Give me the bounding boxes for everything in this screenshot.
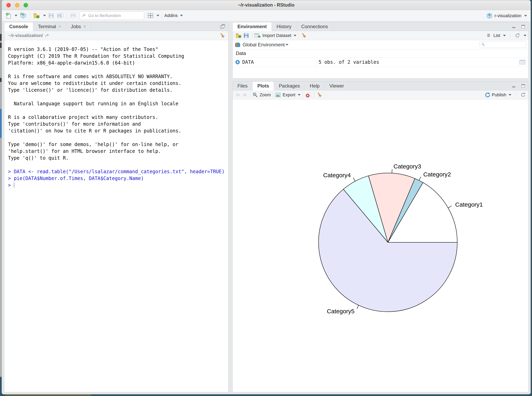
goto-file-search[interactable]: [80, 12, 144, 20]
pane-layout-caret[interactable]: [157, 15, 159, 16]
forward-arrow-icon: [45, 33, 50, 38]
previous-plot-button[interactable]: [235, 92, 241, 98]
list-view-caret[interactable]: [503, 35, 506, 36]
restore-panes-button[interactable]: [219, 23, 226, 30]
pie-label-tick: [448, 206, 451, 208]
load-workspace-button[interactable]: [235, 32, 243, 39]
clear-environment-button[interactable]: [301, 32, 308, 39]
project-menu-button[interactable]: R r-visualization: [486, 10, 527, 21]
tab-help[interactable]: Help: [305, 82, 325, 90]
refresh-environment-button[interactable]: [514, 32, 521, 39]
desktop: ~/r-visualization - RStudio R: [0, 0, 532, 396]
tab-plots-label: Plots: [257, 83, 269, 89]
tab-environment[interactable]: Environment: [233, 22, 272, 31]
open-folder-icon: [235, 33, 242, 38]
refresh-icon: [515, 33, 520, 38]
addins-button[interactable]: Addins: [164, 13, 183, 18]
pie-label: Category1: [455, 201, 483, 208]
environment-search-box[interactable]: [480, 41, 526, 48]
addins-caret: [180, 15, 183, 16]
tab-packages[interactable]: Packages: [274, 82, 305, 90]
console-line: [8, 93, 228, 100]
list-view-label[interactable]: List: [493, 33, 500, 38]
new-file-caret[interactable]: [15, 15, 18, 16]
maximize-pane-button[interactable]: [520, 23, 526, 29]
global-environment-icon: [235, 42, 241, 48]
environment-scope-label[interactable]: Global Environment: [243, 42, 285, 47]
export-plot-button[interactable]: Export: [275, 92, 301, 98]
tab-connections-label: Connections: [301, 24, 328, 29]
refresh-plots-button[interactable]: [520, 92, 526, 98]
publish-caret: [509, 94, 511, 96]
publish-label: Publish: [492, 92, 506, 98]
close-icon[interactable]: ×: [83, 24, 86, 29]
environment-scope-caret[interactable]: [286, 44, 288, 46]
tab-viewer-label: Viewer: [329, 83, 344, 89]
open-folder-icon: [33, 13, 40, 19]
forward-arrow-icon: [242, 93, 247, 97]
console-line: [8, 134, 228, 141]
text-cursor: [14, 182, 14, 188]
close-icon[interactable]: ×: [58, 24, 61, 29]
environment-object-row[interactable]: DATA 5 obs. of 2 variables: [233, 58, 528, 67]
goto-file-input[interactable]: [88, 13, 142, 18]
console-output[interactable]: R version 3.6.1 (2019-07-05) -- "Action …: [4, 40, 228, 392]
open-working-dir-icon[interactable]: [44, 33, 51, 39]
tab-environment-label: Environment: [237, 24, 267, 29]
console-line: Type 'q()' to quit R.: [8, 155, 228, 161]
zoom-plot-button[interactable]: Zoom: [252, 92, 271, 98]
rstudio-window: ~/r-visualization - RStudio R: [2, 0, 531, 394]
broom-icon: [317, 92, 322, 98]
maximize-pane-icon: [521, 24, 526, 29]
pie-label-tick: [419, 177, 421, 181]
console-line: R version 3.6.1 (2019-07-05) -- "Action …: [8, 46, 228, 53]
refresh-icon: [520, 92, 526, 98]
table-view-icon: [519, 59, 526, 65]
new-file-button[interactable]: [5, 12, 12, 20]
search-icon: [481, 43, 485, 47]
tab-plots[interactable]: Plots: [253, 82, 274, 90]
view-object-button[interactable]: [518, 59, 526, 65]
publish-button[interactable]: Publish: [485, 92, 511, 98]
print-button[interactable]: [69, 12, 77, 19]
list-icon: [487, 33, 491, 38]
refresh-environment-caret[interactable]: [524, 35, 526, 36]
tab-terminal[interactable]: Terminal ×: [33, 22, 66, 31]
console-tabstrip: Console Terminal × Jobs ×: [4, 22, 228, 31]
tab-viewer[interactable]: Viewer: [325, 82, 349, 90]
save-button[interactable]: [47, 12, 55, 19]
project-name-label: r-visualization: [495, 13, 522, 18]
tab-console[interactable]: Console: [4, 22, 33, 31]
environment-scope-row: Global Environment: [233, 40, 528, 49]
save-all-button[interactable]: [56, 12, 64, 19]
save-workspace-button[interactable]: [243, 32, 250, 39]
environment-pane: Environment History Connections: [232, 22, 529, 79]
pane-layout-button[interactable]: [147, 12, 154, 19]
import-dataset-button[interactable]: Import Dataset: [254, 33, 296, 38]
remove-plot-button[interactable]: [305, 91, 312, 99]
pie-label: Category2: [423, 171, 451, 178]
clear-plots-button[interactable]: [316, 91, 323, 99]
environment-search-input[interactable]: [486, 42, 524, 47]
tab-jobs[interactable]: Jobs ×: [66, 22, 91, 31]
environment-toolbar: Import Dataset List: [233, 31, 528, 40]
console-line: [8, 161, 228, 168]
minimize-pane-button[interactable]: [511, 83, 517, 89]
broom-icon: [301, 33, 307, 38]
tab-history[interactable]: History: [272, 22, 297, 31]
import-dataset-caret: [294, 35, 296, 36]
expand-object-icon[interactable]: [235, 59, 240, 65]
tab-files[interactable]: Files: [233, 82, 253, 90]
tab-connections[interactable]: Connections: [296, 22, 333, 31]
export-label: Export: [283, 92, 295, 98]
window-title: ~/r-visualization - RStudio: [2, 0, 531, 10]
new-project-button[interactable]: R: [19, 12, 27, 20]
minimize-pane-button[interactable]: [511, 23, 517, 29]
next-plot-button[interactable]: [241, 92, 248, 98]
broom-icon: [220, 33, 225, 38]
clear-console-button[interactable]: [219, 32, 226, 39]
console-line: Type 'license()' or 'licence()' for dist…: [8, 87, 228, 93]
maximize-pane-button[interactable]: [520, 83, 526, 89]
open-file-caret[interactable]: [43, 15, 46, 16]
open-file-button[interactable]: [32, 12, 41, 19]
